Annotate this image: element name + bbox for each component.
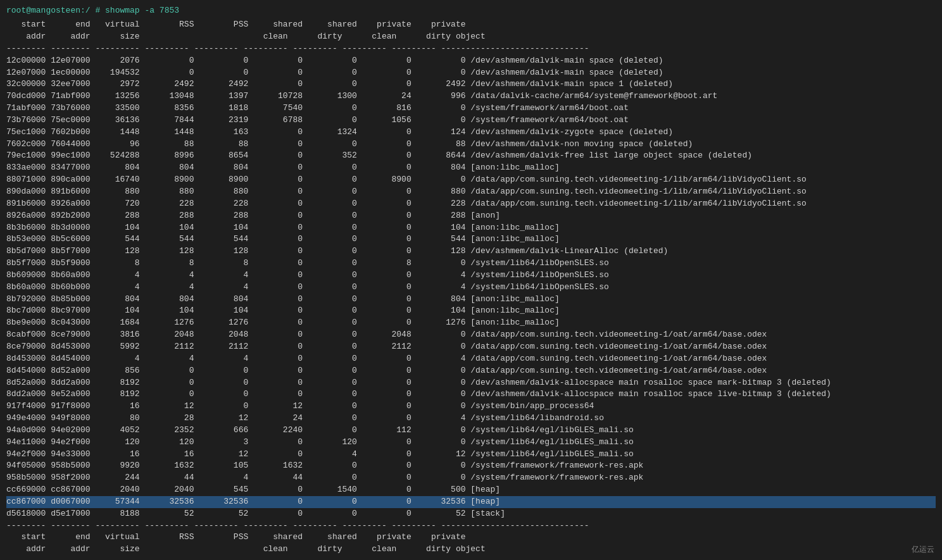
terminal: root@mangosteen:/ # showmap -a 7853 star…: [0, 0, 942, 560]
output-area: start end virtual RSS PSS shared shared …: [6, 19, 936, 560]
prompt-line: root@mangosteen:/ # showmap -a 7853: [6, 5, 936, 16]
watermark: 亿运云: [912, 544, 934, 555]
